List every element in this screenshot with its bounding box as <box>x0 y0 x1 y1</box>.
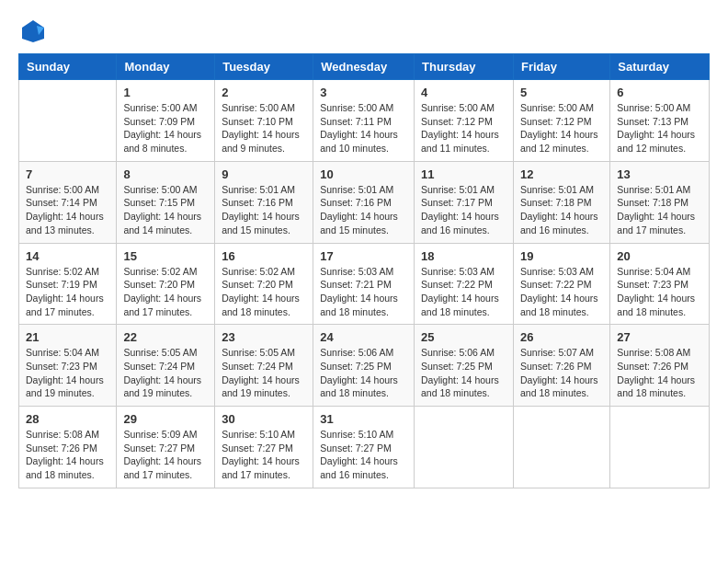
calendar-cell: 28Sunrise: 5:08 AM Sunset: 7:26 PM Dayli… <box>19 407 117 488</box>
day-number: 21 <box>26 330 109 344</box>
day-number: 25 <box>421 330 506 344</box>
cell-content: Sunrise: 5:03 AM Sunset: 7:22 PM Dayligh… <box>421 265 506 319</box>
day-number: 31 <box>320 412 407 426</box>
day-number: 17 <box>320 249 407 263</box>
cell-content: Sunrise: 5:00 AM Sunset: 7:12 PM Dayligh… <box>421 101 506 155</box>
cell-content: Sunrise: 5:01 AM Sunset: 7:16 PM Dayligh… <box>222 183 306 237</box>
col-saturday: Saturday <box>610 54 710 80</box>
cell-content: Sunrise: 5:03 AM Sunset: 7:22 PM Dayligh… <box>520 265 603 319</box>
cell-content: Sunrise: 5:04 AM Sunset: 7:23 PM Dayligh… <box>26 346 109 400</box>
cell-content: Sunrise: 5:10 AM Sunset: 7:27 PM Dayligh… <box>222 428 306 482</box>
calendar-week-row: 28Sunrise: 5:08 AM Sunset: 7:26 PM Dayli… <box>19 407 710 488</box>
calendar-cell: 23Sunrise: 5:05 AM Sunset: 7:24 PM Dayli… <box>215 325 313 407</box>
calendar-cell: 18Sunrise: 5:03 AM Sunset: 7:22 PM Dayli… <box>415 243 514 325</box>
calendar-cell: 5Sunrise: 5:00 AM Sunset: 7:12 PM Daylig… <box>513 80 609 162</box>
day-number: 5 <box>520 86 603 99</box>
calendar-cell: 10Sunrise: 5:01 AM Sunset: 7:16 PM Dayli… <box>313 161 415 243</box>
calendar-week-row: 7Sunrise: 5:00 AM Sunset: 7:14 PM Daylig… <box>19 161 710 243</box>
cell-content: Sunrise: 5:00 AM Sunset: 7:11 PM Dayligh… <box>320 101 407 155</box>
cell-content: Sunrise: 5:01 AM Sunset: 7:17 PM Dayligh… <box>421 183 506 237</box>
day-number: 13 <box>617 167 702 181</box>
day-number: 9 <box>222 167 306 181</box>
page-container: Sunday Monday Tuesday Wednesday Thursday… <box>18 18 710 488</box>
cell-content: Sunrise: 5:00 AM Sunset: 7:12 PM Dayligh… <box>520 101 603 155</box>
cell-content: Sunrise: 5:06 AM Sunset: 7:25 PM Dayligh… <box>320 346 407 400</box>
calendar-week-row: 14Sunrise: 5:02 AM Sunset: 7:19 PM Dayli… <box>19 243 710 325</box>
logo-icon <box>20 18 46 44</box>
col-friday: Friday <box>513 54 609 80</box>
day-number: 20 <box>617 249 702 263</box>
cell-content: Sunrise: 5:02 AM Sunset: 7:20 PM Dayligh… <box>123 265 208 319</box>
calendar-cell: 11Sunrise: 5:01 AM Sunset: 7:17 PM Dayli… <box>415 161 514 243</box>
day-number: 2 <box>222 86 306 99</box>
header-row: Sunday Monday Tuesday Wednesday Thursday… <box>19 54 710 80</box>
cell-content: Sunrise: 5:05 AM Sunset: 7:24 PM Dayligh… <box>222 346 306 400</box>
calendar-cell: 25Sunrise: 5:06 AM Sunset: 7:25 PM Dayli… <box>415 325 514 407</box>
cell-content: Sunrise: 5:02 AM Sunset: 7:19 PM Dayligh… <box>26 265 109 319</box>
day-number: 1 <box>123 86 208 99</box>
day-number: 8 <box>123 167 208 181</box>
cell-content: Sunrise: 5:00 AM Sunset: 7:10 PM Dayligh… <box>222 101 306 155</box>
day-number: 28 <box>26 412 109 426</box>
calendar-cell: 15Sunrise: 5:02 AM Sunset: 7:20 PM Dayli… <box>117 243 215 325</box>
cell-content: Sunrise: 5:09 AM Sunset: 7:27 PM Dayligh… <box>123 428 208 482</box>
calendar-cell: 3Sunrise: 5:00 AM Sunset: 7:11 PM Daylig… <box>313 80 415 162</box>
day-number: 12 <box>520 167 603 181</box>
calendar-cell: 17Sunrise: 5:03 AM Sunset: 7:21 PM Dayli… <box>313 243 415 325</box>
calendar-week-row: 1Sunrise: 5:00 AM Sunset: 7:09 PM Daylig… <box>19 80 710 162</box>
calendar-cell <box>610 407 710 488</box>
day-number: 26 <box>520 330 603 344</box>
calendar-cell <box>513 407 609 488</box>
calendar-cell: 16Sunrise: 5:02 AM Sunset: 7:20 PM Dayli… <box>215 243 313 325</box>
calendar-cell: 1Sunrise: 5:00 AM Sunset: 7:09 PM Daylig… <box>117 80 215 162</box>
cell-content: Sunrise: 5:06 AM Sunset: 7:25 PM Dayligh… <box>421 346 506 400</box>
calendar-cell: 24Sunrise: 5:06 AM Sunset: 7:25 PM Dayli… <box>313 325 415 407</box>
day-number: 7 <box>26 167 109 181</box>
cell-content: Sunrise: 5:10 AM Sunset: 7:27 PM Dayligh… <box>320 428 407 482</box>
cell-content: Sunrise: 5:04 AM Sunset: 7:23 PM Dayligh… <box>617 265 702 319</box>
logo <box>18 18 48 44</box>
calendar-cell: 12Sunrise: 5:01 AM Sunset: 7:18 PM Dayli… <box>513 161 609 243</box>
day-number: 30 <box>222 412 306 426</box>
cell-content: Sunrise: 5:00 AM Sunset: 7:15 PM Dayligh… <box>123 183 208 237</box>
calendar-table: Sunday Monday Tuesday Wednesday Thursday… <box>18 53 710 488</box>
calendar-cell: 6Sunrise: 5:00 AM Sunset: 7:13 PM Daylig… <box>610 80 710 162</box>
col-monday: Monday <box>117 54 215 80</box>
cell-content: Sunrise: 5:00 AM Sunset: 7:14 PM Dayligh… <box>26 183 109 237</box>
col-wednesday: Wednesday <box>313 54 415 80</box>
cell-content: Sunrise: 5:00 AM Sunset: 7:13 PM Dayligh… <box>617 101 702 155</box>
day-number: 11 <box>421 167 506 181</box>
calendar-cell: 20Sunrise: 5:04 AM Sunset: 7:23 PM Dayli… <box>610 243 710 325</box>
cell-content: Sunrise: 5:05 AM Sunset: 7:24 PM Dayligh… <box>123 346 208 400</box>
calendar-week-row: 21Sunrise: 5:04 AM Sunset: 7:23 PM Dayli… <box>19 325 710 407</box>
cell-content: Sunrise: 5:01 AM Sunset: 7:18 PM Dayligh… <box>520 183 603 237</box>
cell-content: Sunrise: 5:01 AM Sunset: 7:18 PM Dayligh… <box>617 183 702 237</box>
calendar-cell: 22Sunrise: 5:05 AM Sunset: 7:24 PM Dayli… <box>117 325 215 407</box>
calendar-cell: 26Sunrise: 5:07 AM Sunset: 7:26 PM Dayli… <box>513 325 609 407</box>
day-number: 16 <box>222 249 306 263</box>
cell-content: Sunrise: 5:03 AM Sunset: 7:21 PM Dayligh… <box>320 265 407 319</box>
cell-content: Sunrise: 5:02 AM Sunset: 7:20 PM Dayligh… <box>222 265 306 319</box>
calendar-cell: 2Sunrise: 5:00 AM Sunset: 7:10 PM Daylig… <box>215 80 313 162</box>
calendar-cell: 14Sunrise: 5:02 AM Sunset: 7:19 PM Dayli… <box>19 243 117 325</box>
day-number: 3 <box>320 86 407 99</box>
calendar-cell: 4Sunrise: 5:00 AM Sunset: 7:12 PM Daylig… <box>415 80 514 162</box>
cell-content: Sunrise: 5:00 AM Sunset: 7:09 PM Dayligh… <box>123 101 208 155</box>
calendar-cell: 7Sunrise: 5:00 AM Sunset: 7:14 PM Daylig… <box>19 161 117 243</box>
cell-content: Sunrise: 5:07 AM Sunset: 7:26 PM Dayligh… <box>520 346 603 400</box>
calendar-cell: 21Sunrise: 5:04 AM Sunset: 7:23 PM Dayli… <box>19 325 117 407</box>
day-number: 15 <box>123 249 208 263</box>
calendar-cell: 19Sunrise: 5:03 AM Sunset: 7:22 PM Dayli… <box>513 243 609 325</box>
header <box>18 18 710 44</box>
cell-content: Sunrise: 5:08 AM Sunset: 7:26 PM Dayligh… <box>26 428 109 482</box>
logo-text <box>18 18 48 44</box>
calendar-cell: 9Sunrise: 5:01 AM Sunset: 7:16 PM Daylig… <box>215 161 313 243</box>
calendar-cell <box>19 80 117 162</box>
day-number: 4 <box>421 86 506 99</box>
day-number: 6 <box>617 86 702 99</box>
day-number: 27 <box>617 330 702 344</box>
day-number: 19 <box>520 249 603 263</box>
cell-content: Sunrise: 5:08 AM Sunset: 7:26 PM Dayligh… <box>617 346 702 400</box>
day-number: 29 <box>123 412 208 426</box>
col-sunday: Sunday <box>19 54 117 80</box>
